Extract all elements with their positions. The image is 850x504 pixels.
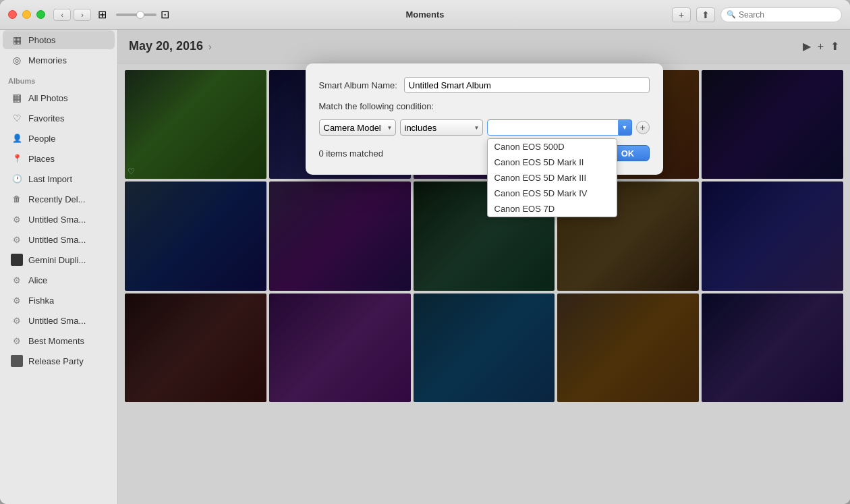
sidebar-item-release-party[interactable]: Release Party: [3, 352, 115, 370]
content-area: May 20, 2016 › ▶ + ⬆ ♡: [118, 30, 850, 504]
sidebar-memories-label: Memories: [28, 55, 67, 65]
nav-buttons: ‹ ›: [53, 9, 91, 21]
smart-album-icon-3: ⚙: [11, 314, 23, 327]
sidebar-item-photos[interactable]: ▦ Photos: [3, 30, 115, 49]
search-icon: 🔍: [727, 10, 736, 19]
sidebar-item-places[interactable]: 📍 Places: [3, 149, 115, 168]
sidebar-all-photos-label: All Photos: [28, 93, 68, 103]
sidebar-untitled1-label: Untitled Sma...: [28, 215, 86, 225]
minimize-button[interactable]: [22, 10, 31, 19]
smart-album-icon-2: ⚙: [11, 233, 23, 246]
dropdown-item[interactable]: Canon EOS 7D: [488, 201, 617, 217]
app-window: ‹ › ⊞ ⊡ Moments + ⬆ 🔍 ▦ Photos: [0, 0, 850, 504]
maximize-button[interactable]: [36, 10, 45, 19]
field-select-wrapper: Camera Model Aperture Date File Size Fla…: [319, 119, 396, 136]
main-layout: ▦ Photos ◎ Memories Albums ▦ All Photos …: [0, 30, 850, 504]
sidebar-item-untitled-2[interactable]: ⚙ Untitled Sma...: [3, 230, 115, 249]
fullscreen-icon: ⊡: [161, 8, 169, 21]
search-box[interactable]: 🔍: [720, 7, 842, 22]
sidebar-item-best-moments[interactable]: ⚙ Best Moments: [3, 331, 115, 350]
sidebar-people-label: People: [28, 134, 55, 144]
match-condition-label: Match the following condition:: [319, 101, 650, 111]
sidebar-item-last-import[interactable]: 🕐 Last Import: [3, 169, 115, 188]
albums-section-header: Albums: [0, 70, 117, 88]
sidebar-favorites-label: Favorites: [28, 113, 64, 123]
sidebar-item-memories[interactable]: ◎ Memories: [3, 51, 115, 69]
sidebar-best-moments-label: Best Moments: [28, 336, 84, 346]
field-select[interactable]: Camera Model Aperture Date File Size Fla…: [319, 119, 396, 136]
add-condition-button[interactable]: +: [636, 121, 650, 134]
sidebar-last-import-label: Last Import: [28, 174, 72, 184]
best-moments-icon: ⚙: [11, 335, 23, 347]
sidebar-item-fishka[interactable]: ⚙ Fishka: [3, 291, 115, 310]
sidebar-photos-label: Photos: [28, 35, 55, 45]
smart-album-icon-1: ⚙: [11, 213, 23, 225]
back-button[interactable]: ‹: [53, 9, 71, 21]
forward-button[interactable]: ›: [74, 9, 91, 21]
new-button[interactable]: +: [672, 7, 691, 22]
album-name-label: Smart Album Name:: [319, 80, 397, 90]
favorites-icon: ♡: [11, 112, 23, 124]
sidebar-release-party-label: Release Party: [28, 356, 84, 366]
close-button[interactable]: [8, 10, 17, 19]
memories-icon: ◎: [11, 54, 23, 66]
dropdown-item[interactable]: Canon EOS 5D Mark II: [488, 155, 617, 170]
fishka-icon: ⚙: [11, 294, 23, 306]
sidebar-item-recently-deleted[interactable]: 🗑 Recently Del...: [3, 190, 115, 208]
album-name-row: Smart Album Name:: [319, 77, 650, 93]
dialog-overlay: Smart Album Name: Match the following co…: [118, 30, 850, 504]
alice-icon: ⚙: [11, 274, 23, 286]
sidebar-places-label: Places: [28, 154, 55, 164]
sidebar-untitled2-label: Untitled Sma...: [28, 235, 86, 245]
sidebar-alice-label: Alice: [28, 275, 47, 285]
title-bar: ‹ › ⊞ ⊡ Moments + ⬆ 🔍: [0, 0, 850, 30]
people-icon: 👤: [11, 132, 23, 144]
items-matched-text: 0 items matched: [319, 148, 383, 159]
sidebar-item-gemini[interactable]: Gemini Dupli...: [3, 250, 115, 269]
sidebar-recently-deleted-label: Recently Del...: [28, 194, 86, 204]
trash-icon: 🗑: [11, 193, 23, 205]
all-photos-icon: ▦: [11, 92, 23, 104]
sidebar-item-people[interactable]: 👤 People: [3, 129, 115, 148]
photos-icon: ▦: [11, 34, 23, 46]
dropdown-item[interactable]: Canon EOS 5D Mark IV: [488, 186, 617, 201]
last-import-icon: 🕐: [11, 173, 23, 185]
sidebar-item-untitled-3[interactable]: ⚙ Untitled Sma...: [3, 311, 115, 330]
sidebar-item-untitled-1[interactable]: ⚙ Untitled Sma...: [3, 210, 115, 229]
places-icon: 📍: [11, 152, 23, 165]
sidebar-fishka-label: Fishka: [28, 296, 54, 306]
share-button[interactable]: ⬆: [696, 7, 715, 22]
release-party-thumb: [11, 355, 23, 367]
sidebar-item-alice[interactable]: ⚙ Alice: [3, 271, 115, 289]
dropdown-arrow-button[interactable]: ▼: [619, 119, 632, 136]
dropdown-item[interactable]: Canon EOS 500D: [488, 139, 617, 155]
dropdown-item[interactable]: Canon EOS 5D Mark III: [488, 170, 617, 186]
zoom-slider[interactable]: [116, 13, 157, 16]
search-input[interactable]: [739, 10, 836, 20]
operator-select-wrapper: includes is starts with ends with does n…: [400, 119, 483, 136]
operator-select[interactable]: includes is starts with ends with does n…: [400, 119, 483, 136]
sidebar-gemini-label: Gemini Dupli...: [28, 255, 86, 265]
window-title: Moments: [405, 9, 444, 20]
traffic-lights: [8, 10, 45, 19]
condition-value-input[interactable]: [487, 119, 619, 136]
camera-model-dropdown: Canon EOS 500D Canon EOS 5D Mark II Cano…: [487, 138, 617, 217]
sidebar: ▦ Photos ◎ Memories Albums ▦ All Photos …: [0, 30, 118, 504]
sidebar-item-favorites[interactable]: ♡ Favorites: [3, 109, 115, 128]
gemini-thumb: [11, 254, 23, 266]
toolbar-icons: ⊞ ⊡: [98, 8, 169, 21]
smart-album-dialog: Smart Album Name: Match the following co…: [306, 63, 663, 175]
album-name-input[interactable]: [404, 77, 650, 93]
grid-icon: ⊞: [98, 8, 107, 21]
condition-value-wrapper: ▼ Canon EOS 500D Canon EOS 5D Mark II Ca…: [487, 119, 632, 136]
condition-row: Camera Model Aperture Date File Size Fla…: [319, 119, 650, 136]
sidebar-item-all-photos[interactable]: ▦ All Photos: [3, 88, 115, 107]
sidebar-untitled3-label: Untitled Sma...: [28, 316, 86, 326]
right-controls: + ⬆ 🔍: [672, 7, 842, 22]
